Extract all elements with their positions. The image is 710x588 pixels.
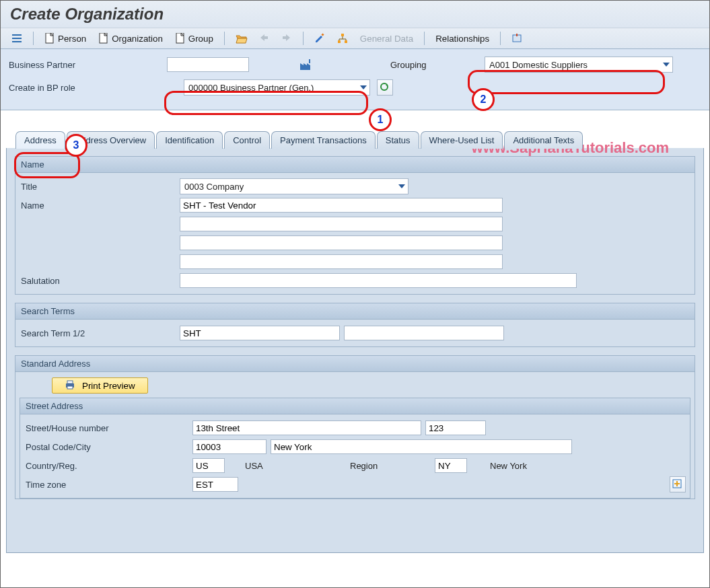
menu-icon <box>11 33 22 44</box>
house-number-input[interactable] <box>425 420 486 435</box>
chevron-down-icon <box>360 85 367 89</box>
general-data-label: General Data <box>360 34 413 44</box>
tab-status[interactable]: Status <box>377 131 419 149</box>
annotation-1: 1 <box>369 108 392 131</box>
tab-address-overview[interactable]: Address Overview <box>67 131 155 149</box>
grouping-select[interactable]: A001 Domestic Suppliers <box>485 57 673 73</box>
pencil-icon <box>314 33 325 44</box>
expand-address-button[interactable] <box>670 476 686 492</box>
tab-additional-texts[interactable]: Additional Texts <box>504 131 583 149</box>
search-terms-group: Search Terms Search Term 1/2 <box>15 303 695 347</box>
search-term-label: Search Term 1/2 <box>20 328 176 338</box>
expand-icon <box>672 479 683 490</box>
relationships-label: Relationships <box>435 34 489 44</box>
svg-rect-16 <box>67 386 73 389</box>
tab-where-used[interactable]: Where-Used List <box>421 131 503 149</box>
menu-button[interactable] <box>7 31 26 46</box>
search-terms-title: Search Terms <box>15 303 695 320</box>
organization-button[interactable]: Organization <box>94 31 167 46</box>
separator <box>303 32 304 45</box>
salutation-input[interactable] <box>180 273 577 288</box>
grouping-label: Grouping <box>390 60 478 70</box>
refresh-icon <box>380 82 390 93</box>
name4-input[interactable] <box>180 254 503 269</box>
street-label: Street/House number <box>24 423 188 433</box>
role-value: 000000 Business Partner (Gen.) <box>188 83 314 93</box>
tab-identification[interactable]: Identification <box>156 131 223 149</box>
role-label: Create in BP role <box>9 83 160 93</box>
chevron-down-icon <box>663 63 670 67</box>
search-term2-input[interactable] <box>344 326 504 340</box>
tz-input[interactable] <box>192 477 238 492</box>
organization-label: Organization <box>112 34 163 44</box>
standard-address-group: Standard Address Print Preview Street Ad… <box>15 355 695 499</box>
region-input[interactable] <box>435 458 467 473</box>
settings-button[interactable] <box>507 31 526 46</box>
title-bar: Create Organization <box>1 1 709 28</box>
svg-rect-9 <box>345 40 347 43</box>
street-address-title: Street Address <box>20 398 690 414</box>
open-button[interactable] <box>232 31 250 46</box>
tz-label: Time zone <box>24 480 188 490</box>
chevron-down-icon <box>398 184 405 188</box>
folder-open-icon <box>236 33 246 44</box>
document-icon <box>44 33 55 44</box>
bp-label: Business Partner <box>9 60 160 70</box>
svg-rect-6 <box>321 33 324 36</box>
back-button <box>254 31 273 46</box>
svg-rect-15 <box>67 381 73 383</box>
tab-payment-transactions[interactable]: Payment Transactions <box>271 131 376 149</box>
country-name: USA <box>245 461 346 471</box>
svg-rect-7 <box>341 34 344 36</box>
separator <box>500 32 501 45</box>
svg-rect-11 <box>516 34 518 36</box>
region-label: Region <box>350 461 431 471</box>
tab-content: Name Title 0003 Company Name <box>6 148 704 553</box>
edit-button[interactable] <box>310 31 329 46</box>
printer-icon <box>65 380 75 391</box>
tab-control[interactable]: Control <box>224 131 270 149</box>
country-label: Country/Reg. <box>24 461 188 471</box>
print-preview-button[interactable]: Print Preview <box>52 377 148 394</box>
name-group-title: Name <box>15 157 695 173</box>
name1-input[interactable] <box>180 198 503 213</box>
arrow-right-icon <box>281 33 292 44</box>
standard-address-title: Standard Address <box>15 356 695 372</box>
print-preview-label: Print Preview <box>82 381 135 391</box>
document-icon <box>98 33 109 44</box>
search-term1-input[interactable] <box>180 326 340 340</box>
relationships-button[interactable]: Relationships <box>431 32 493 46</box>
name2-input[interactable] <box>180 217 503 231</box>
name3-input[interactable] <box>180 235 503 250</box>
group-label: Group <box>188 34 213 44</box>
hierarchy-button[interactable] <box>333 31 352 46</box>
svg-rect-0 <box>12 34 22 36</box>
role-select[interactable]: 000000 Business Partner (Gen.) <box>184 79 370 96</box>
person-button[interactable]: Person <box>40 31 90 46</box>
separator <box>33 32 34 45</box>
city-input[interactable] <box>271 439 572 454</box>
svg-rect-2 <box>12 41 22 42</box>
separator <box>424 32 425 45</box>
street-address-subgroup: Street Address Street/House number Posta… <box>20 398 690 499</box>
person-label: Person <box>58 34 86 44</box>
arrow-left-icon <box>258 33 269 44</box>
page-title: Create Organization <box>10 5 700 24</box>
postal-input[interactable] <box>192 439 267 454</box>
svg-rect-1 <box>12 38 22 39</box>
salutation-label: Salutation <box>20 276 176 286</box>
svg-rect-12 <box>309 59 310 63</box>
group-button[interactable]: Group <box>171 31 217 46</box>
forward-button <box>277 31 296 46</box>
title-select[interactable]: 0003 Company <box>180 178 409 194</box>
tab-address[interactable]: Address <box>15 131 65 149</box>
toolbar: Person Organization Group <box>1 28 709 49</box>
factory-icon <box>299 59 313 71</box>
svg-rect-8 <box>338 40 341 43</box>
role-help-button[interactable] <box>377 79 393 96</box>
country-input[interactable] <box>192 458 225 473</box>
street-input[interactable] <box>192 420 421 435</box>
hierarchy-icon <box>337 33 348 44</box>
header-fields: Business Partner Grouping A001 Domestic … <box>1 49 709 110</box>
bp-input[interactable] <box>167 57 249 72</box>
